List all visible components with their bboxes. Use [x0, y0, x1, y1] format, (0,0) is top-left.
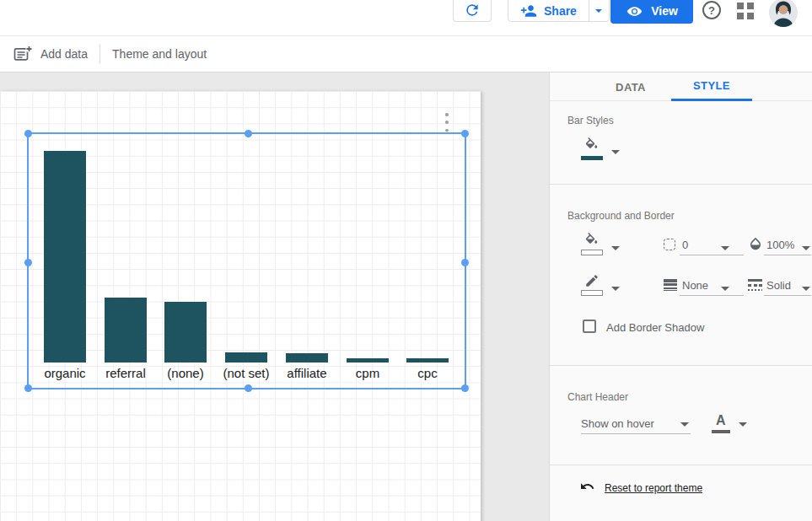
- dot-icon: [445, 121, 449, 124]
- chart-selection-frame[interactable]: [27, 132, 466, 389]
- pencil-icon: [584, 273, 600, 288]
- section-divider: [550, 184, 812, 185]
- view-button[interactable]: View: [610, 0, 693, 24]
- theme-layout-button[interactable]: Theme and layout: [100, 36, 218, 72]
- bar-color-picker[interactable]: [580, 137, 603, 160]
- selection-handle[interactable]: [24, 384, 32, 392]
- selection-handle[interactable]: [461, 130, 469, 137]
- font-color-swatch: [712, 430, 730, 433]
- help-button[interactable]: ?: [702, 1, 721, 19]
- section-divider: [550, 465, 812, 465]
- border-color-picker[interactable]: [580, 273, 603, 296]
- eye-icon: [626, 3, 643, 20]
- refresh-button[interactable]: [453, 0, 492, 22]
- tab-style[interactable]: STYLE: [671, 73, 752, 101]
- selection-handle[interactable]: [461, 384, 469, 392]
- chart-header-title: Chart Header: [567, 391, 628, 403]
- add-data-button[interactable]: Add data: [0, 36, 99, 72]
- properties-panel: DATA STYLE Bar Styles Background and Bor…: [549, 73, 812, 521]
- paint-bucket-icon: [583, 137, 600, 153]
- share-button-group: Share: [508, 0, 610, 22]
- selection-handle[interactable]: [24, 259, 32, 266]
- add-data-label: Add data: [40, 47, 88, 61]
- report-canvas[interactable]: organicreferral(none)(not set)affiliatec…: [0, 91, 481, 521]
- field-underline: [764, 255, 811, 255]
- edit-toolbar: Add data Theme and layout: [0, 36, 812, 73]
- opacity-dropdown-icon[interactable]: [802, 246, 810, 250]
- grid-square-icon: [747, 13, 754, 19]
- grid-square-icon: [747, 3, 754, 9]
- apps-grid-button[interactable]: [737, 3, 754, 19]
- bar-color-dropdown-icon[interactable]: [611, 150, 620, 154]
- refresh-icon: [464, 2, 481, 19]
- top-toolbar: Share View ?: [0, 0, 812, 36]
- question-mark-icon: ?: [708, 4, 715, 17]
- border-shadow-label: Add Border Shadow: [606, 321, 704, 334]
- border-color-dropdown-icon[interactable]: [611, 287, 620, 291]
- add-data-icon: [13, 46, 33, 63]
- chevron-down-icon: [595, 9, 602, 13]
- tab-data[interactable]: DATA: [590, 73, 671, 101]
- background-color-dropdown-icon[interactable]: [611, 246, 620, 250]
- dot-icon: [445, 113, 449, 116]
- selection-handle[interactable]: [245, 130, 252, 137]
- border-shadow-checkbox[interactable]: [583, 320, 596, 333]
- share-button[interactable]: Share: [508, 0, 589, 21]
- border-weight-value[interactable]: None: [682, 279, 708, 292]
- corner-radius-dropdown-icon[interactable]: [721, 246, 729, 250]
- border-style-icon: [748, 279, 762, 291]
- field-underline: [764, 295, 811, 296]
- dot-icon: [445, 129, 449, 132]
- panel-tabs: DATA STYLE: [550, 73, 812, 101]
- background-color-swatch: [581, 250, 603, 255]
- corner-radius-value[interactable]: 0: [682, 239, 688, 251]
- font-color-button[interactable]: A: [716, 413, 726, 428]
- view-button-label: View: [651, 4, 678, 18]
- border-style-value[interactable]: Solid: [766, 279, 791, 292]
- bar-styles-title: Bar Styles: [567, 115, 614, 126]
- border-color-swatch: [581, 290, 603, 296]
- border-weight-icon: [664, 279, 677, 291]
- corner-radius-icon: [664, 239, 675, 250]
- share-dropdown-button[interactable]: [589, 0, 609, 21]
- paint-bucket-icon: [583, 233, 600, 248]
- border-weight-dropdown-icon[interactable]: [721, 287, 729, 291]
- grid-square-icon: [737, 13, 744, 19]
- selection-handle[interactable]: [461, 259, 469, 266]
- opacity-icon: [748, 236, 763, 251]
- opacity-value[interactable]: 100%: [766, 239, 794, 251]
- field-underline: [680, 255, 744, 255]
- chart-header-visibility-select[interactable]: Show on hover: [581, 417, 654, 430]
- field-underline: [680, 295, 744, 296]
- background-border-title: Background and Border: [567, 210, 675, 222]
- field-underline: [581, 433, 691, 434]
- selection-handle[interactable]: [245, 384, 252, 392]
- person-add-icon: [520, 3, 537, 19]
- grid-square-icon: [737, 3, 744, 9]
- chart-header-dropdown-icon[interactable]: [680, 422, 689, 427]
- theme-layout-label: Theme and layout: [112, 47, 207, 61]
- chart-options-menu[interactable]: [442, 113, 452, 132]
- avatar[interactable]: [769, 0, 798, 27]
- border-style-dropdown-icon[interactable]: [802, 287, 810, 291]
- bar-color-swatch: [581, 156, 603, 160]
- reset-theme-link[interactable]: Reset to report theme: [605, 482, 702, 494]
- share-button-label: Share: [544, 4, 577, 18]
- avatar-image: [769, 0, 798, 27]
- section-divider: [550, 365, 812, 366]
- font-color-dropdown-icon[interactable]: [739, 422, 747, 427]
- background-color-picker[interactable]: [580, 233, 603, 255]
- undo-icon[interactable]: [578, 479, 596, 494]
- selection-handle[interactable]: [24, 130, 32, 137]
